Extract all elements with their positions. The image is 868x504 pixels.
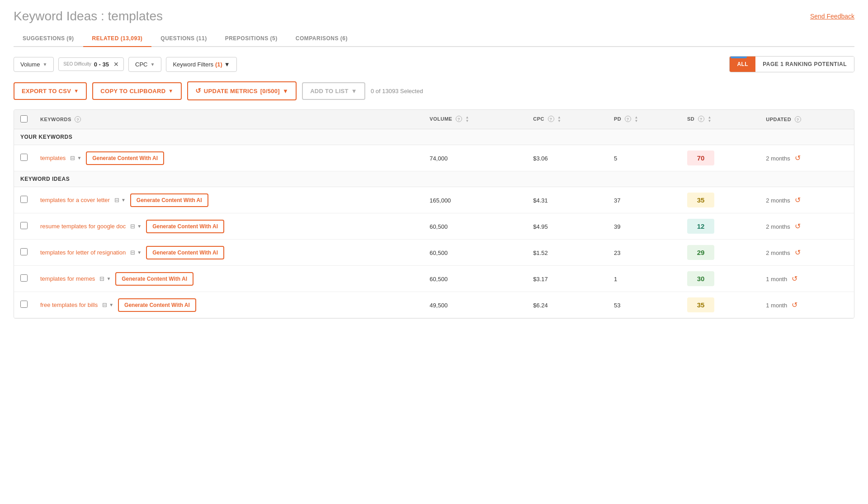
keyword-actions-chevron-icon[interactable]: ▼ xyxy=(106,276,111,281)
generate-content-button[interactable]: Generate Content With AI xyxy=(86,151,164,165)
add-to-list-button[interactable]: ADD TO LIST ▼ xyxy=(302,82,365,100)
refresh-row-icon[interactable]: ↺ xyxy=(792,301,797,309)
cpc-cell: $1.52 xyxy=(527,240,608,266)
filter-icon[interactable]: ⊟ xyxy=(130,249,135,256)
generate-content-button[interactable]: Generate Content With AI xyxy=(146,220,224,233)
row-checkbox[interactable] xyxy=(20,274,28,282)
sd-value: 35 xyxy=(687,193,714,207)
row-checkbox[interactable] xyxy=(20,154,28,161)
volume-filter[interactable]: Volume ▼ xyxy=(14,57,54,72)
updated-cell: 2 months ↺ xyxy=(760,145,854,171)
row-checkbox-cell[interactable] xyxy=(14,187,34,213)
cpc-value: $1.52 xyxy=(533,250,548,256)
row-checkbox-cell[interactable] xyxy=(14,240,34,266)
update-label: UPDATE METRICS xyxy=(204,88,258,94)
refresh-row-icon[interactable]: ↺ xyxy=(795,154,801,162)
keyword-actions-chevron-icon[interactable]: ▼ xyxy=(77,155,81,160)
refresh-row-icon[interactable]: ↺ xyxy=(795,249,801,256)
tab-comparisons[interactable]: COMPARISONS (6) xyxy=(287,31,357,47)
select-all-checkbox[interactable] xyxy=(20,115,28,122)
update-chevron-icon: ▼ xyxy=(283,88,288,94)
generate-content-button[interactable]: Generate Content With AI xyxy=(115,272,193,286)
sd-cell: 70 xyxy=(681,145,760,171)
filter-icon[interactable]: ⊟ xyxy=(130,223,135,230)
keywords-help-icon[interactable]: ? xyxy=(75,116,81,122)
tab-prepositions[interactable]: PREPOSITIONS (5) xyxy=(216,31,287,47)
filter-icon[interactable]: ⊟ xyxy=(70,155,75,161)
keyword-actions-chevron-icon[interactable]: ▼ xyxy=(121,198,126,203)
update-metrics-button[interactable]: ↺ UPDATE METRICS [0/500] ▼ xyxy=(187,81,297,100)
select-all-header[interactable] xyxy=(14,110,34,129)
tab-suggestions[interactable]: SUGGESTIONS (9) xyxy=(14,31,83,47)
tab-related[interactable]: RELATED (13,093) xyxy=(83,31,152,47)
sd-value: 29 xyxy=(687,245,714,260)
update-count: [0/500] xyxy=(260,88,280,94)
seo-filter-close-icon[interactable]: ✕ xyxy=(113,61,119,68)
row-checkbox[interactable] xyxy=(20,196,28,203)
cpc-cell: $4.95 xyxy=(527,213,608,240)
export-csv-button[interactable]: EXPORT TO CSV ▼ xyxy=(14,82,87,100)
cpc-cell: $4.31 xyxy=(527,187,608,213)
copy-clipboard-button[interactable]: COPY TO CLIPBOARD ▼ xyxy=(92,82,181,100)
keyword-cell: templates for letter of resignation ⊟ ▼ … xyxy=(34,240,423,266)
keyword-link[interactable]: templates xyxy=(40,155,66,161)
refresh-row-icon[interactable]: ↺ xyxy=(792,275,797,283)
row-checkbox-cell[interactable] xyxy=(14,292,34,318)
all-ranking-btn[interactable]: ALL xyxy=(730,57,755,72)
beta-badge: BETA xyxy=(731,56,747,58)
keyword-filters-count: (1) xyxy=(215,61,222,68)
sd-sort-icon[interactable]: ▲▼ xyxy=(708,116,711,123)
volume-value: 165,000 xyxy=(429,197,451,204)
keyword-link[interactable]: free templates for bills xyxy=(40,301,98,308)
cpc-value: $3.06 xyxy=(533,155,548,162)
keyword-link[interactable]: templates for letter of resignation xyxy=(40,249,126,256)
tab-questions[interactable]: QUESTIONS (11) xyxy=(151,31,216,47)
filter-icon[interactable]: ⊟ xyxy=(114,197,119,203)
volume-sort-icon[interactable]: ▲▼ xyxy=(466,116,469,123)
page1-ranking-btn[interactable]: PAGE 1 RANKING POTENTIAL xyxy=(755,57,854,72)
updated-cell: 1 month ↺ xyxy=(760,292,854,318)
generate-content-button[interactable]: Generate Content With AI xyxy=(130,193,208,207)
keyword-actions-chevron-icon[interactable]: ▼ xyxy=(137,250,142,255)
cpc-sort-icon[interactable]: ▲▼ xyxy=(557,116,561,123)
sd-cell: 29 xyxy=(681,240,760,266)
pd-help-icon[interactable]: ? xyxy=(625,116,631,122)
refresh-row-icon[interactable]: ↺ xyxy=(795,196,801,204)
keyword-link[interactable]: templates for memes xyxy=(40,275,95,282)
cpc-value: $4.31 xyxy=(533,197,548,204)
keyword-cell: free templates for bills ⊟ ▼ Generate Co… xyxy=(34,292,423,318)
filter-icon[interactable]: ⊟ xyxy=(102,301,107,308)
generate-content-button[interactable]: Generate Content With AI xyxy=(118,298,196,312)
col-cpc: CPC ? ▲▼ xyxy=(527,110,608,129)
col-pd: PD ? ▲▼ xyxy=(608,110,681,129)
table-row: templates for letter of resignation ⊟ ▼ … xyxy=(14,240,854,266)
sd-help-icon[interactable]: ? xyxy=(698,116,704,122)
cpc-filter[interactable]: CPC ▼ xyxy=(128,57,161,72)
row-checkbox[interactable] xyxy=(20,248,28,255)
row-checkbox[interactable] xyxy=(20,301,28,308)
cpc-help-icon[interactable]: ? xyxy=(548,116,554,122)
filter-bar: Volume ▼ SEO Difficulty 0 - 35 ✕ CPC ▼ K… xyxy=(14,56,854,72)
filter-icon[interactable]: ⊟ xyxy=(99,275,104,282)
updated-help-icon[interactable]: ? xyxy=(795,116,801,122)
send-feedback-link[interactable]: Send Feedback xyxy=(810,13,854,20)
keywords-table: KEYWORDS ? VOLUME ? ▲▼ CPC ? ▲▼ PD xyxy=(14,109,854,319)
keyword-filters-btn[interactable]: Keyword Filters (1) ▼ xyxy=(166,57,236,72)
refresh-row-icon[interactable]: ↺ xyxy=(795,222,801,230)
pd-value: 5 xyxy=(614,155,617,162)
updated-value: 2 months xyxy=(766,155,790,162)
pd-sort-icon[interactable]: ▲▼ xyxy=(634,116,638,123)
row-checkbox[interactable] xyxy=(20,222,28,229)
pd-cell: 39 xyxy=(608,213,681,240)
volume-cell: 49,500 xyxy=(423,292,527,318)
keyword-actions-chevron-icon[interactable]: ▼ xyxy=(137,224,142,229)
table-header-row: KEYWORDS ? VOLUME ? ▲▼ CPC ? ▲▼ PD xyxy=(14,110,854,129)
row-checkbox-cell[interactable] xyxy=(14,213,34,240)
keyword-link[interactable]: resume templates for google doc xyxy=(40,223,126,230)
volume-help-icon[interactable]: ? xyxy=(456,116,462,122)
keyword-link[interactable]: templates for a cover letter xyxy=(40,197,110,203)
row-checkbox-cell[interactable] xyxy=(14,145,34,171)
row-checkbox-cell[interactable] xyxy=(14,266,34,292)
generate-content-button[interactable]: Generate Content With AI xyxy=(146,246,224,259)
keyword-actions-chevron-icon[interactable]: ▼ xyxy=(109,302,113,307)
